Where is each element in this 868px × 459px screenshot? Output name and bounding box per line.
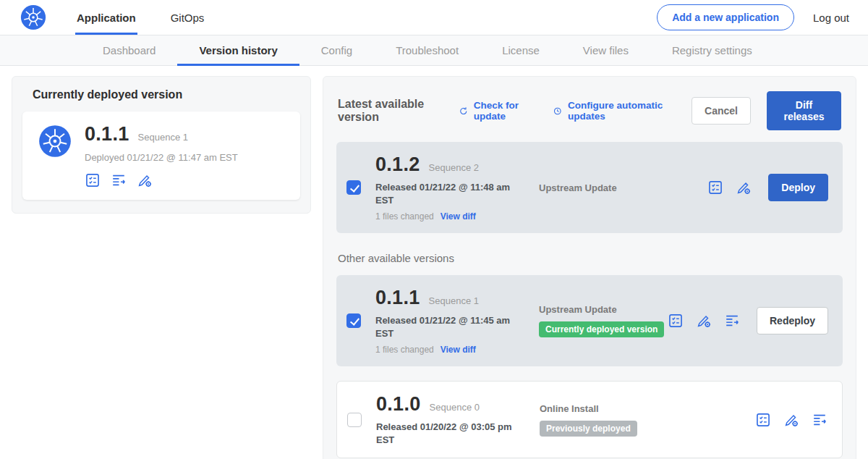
view-diff-link[interactable]: View diff — [441, 345, 476, 355]
main-content: Currently deployed version 0.1.1 Sequenc… — [0, 66, 868, 459]
version-select-checkbox[interactable] — [346, 180, 361, 195]
latest-version-title: Latest available version — [338, 98, 443, 124]
source-label: Online Install — [540, 403, 755, 414]
release-notes-icon[interactable] — [755, 412, 771, 428]
release-notes-icon[interactable] — [85, 172, 101, 188]
version-source: Upstream Update — [536, 182, 707, 193]
version-actions: Redeploy — [668, 307, 828, 334]
app-sub-nav: Dashboard Version history Config Trouble… — [0, 35, 868, 66]
clock-icon — [553, 105, 563, 117]
view-logs-icon[interactable] — [111, 172, 127, 188]
versions-header: Latest available version Check for updat… — [336, 87, 843, 142]
version-actions: Deploy — [707, 174, 828, 201]
deployed-version-details: 0.1.1 Sequence 1 Deployed 01/21/22 @ 11:… — [85, 123, 238, 188]
version-row-0-1-2: 0.1.2 Sequence 2 Released 01/21/22 @ 11:… — [336, 142, 843, 233]
other-versions-title: Other available versions — [338, 252, 841, 264]
check-for-update-link[interactable]: Check for update — [459, 100, 537, 122]
diff-releases-button[interactable]: Diff releases — [767, 91, 841, 130]
version-number: 0.1.2 — [375, 153, 420, 176]
refresh-icon — [459, 105, 469, 117]
version-select-checkbox[interactable] — [347, 413, 362, 427]
view-diff-link[interactable]: View diff — [441, 211, 476, 222]
version-released: Released 01/20/22 @ 03:05 pm EST — [376, 421, 527, 446]
version-number: 0.1.1 — [375, 287, 420, 309]
redeploy-button[interactable]: Redeploy — [757, 307, 828, 334]
cancel-button[interactable]: Cancel — [692, 97, 751, 125]
version-row-0-1-1: 0.1.1 Sequence 1 Released 01/21/22 @ 11:… — [336, 275, 843, 366]
configure-automatic-updates-label: Configure automatic updates — [568, 100, 676, 122]
version-released: Released 01/21/22 @ 11:45 am EST — [375, 314, 526, 340]
deployed-version-card: 0.1.1 Sequence 1 Deployed 01/21/22 @ 11:… — [22, 111, 300, 200]
edit-config-icon[interactable] — [696, 313, 712, 329]
kubernetes-logo-icon — [20, 4, 46, 30]
edit-config-icon[interactable] — [137, 172, 153, 188]
version-select-checkbox[interactable] — [346, 313, 361, 328]
currently-deployed-panel: Currently deployed version 0.1.1 Sequenc… — [12, 76, 311, 214]
previously-deployed-badge: Previously deployed — [540, 421, 637, 437]
logout-link[interactable]: Log out — [813, 12, 849, 24]
subnav-tab-troubleshoot[interactable]: Troubleshoot — [374, 35, 480, 66]
release-notes-icon[interactable] — [668, 313, 684, 329]
app-kubernetes-icon — [38, 125, 72, 158]
files-changed-label: 1 files changed — [375, 345, 434, 355]
deploy-button[interactable]: Deploy — [768, 174, 828, 201]
configure-automatic-updates-link[interactable]: Configure automatic updates — [553, 100, 676, 122]
currently-deployed-badge: Currently deployed version — [539, 321, 664, 337]
release-notes-icon[interactable] — [707, 180, 723, 195]
subnav-tab-view-files[interactable]: View files — [561, 35, 650, 66]
version-released: Released 01/21/22 @ 11:48 am EST — [375, 181, 526, 206]
edit-config-icon[interactable] — [736, 180, 752, 195]
version-source: Upstream Update Currently deployed versi… — [536, 304, 668, 337]
version-number: 0.1.0 — [376, 393, 421, 416]
deployed-version-sequence: Sequence 1 — [138, 132, 188, 143]
version-row-0-1-0: 0.1.0 Sequence 0 Released 01/20/22 @ 03:… — [336, 381, 843, 458]
subnav-tab-license[interactable]: License — [480, 35, 561, 66]
files-changed-label: 1 files changed — [375, 211, 434, 222]
source-label: Upstream Update — [539, 304, 668, 315]
subnav-tab-config[interactable]: Config — [299, 35, 374, 66]
top-nav-right: Add a new application Log out — [657, 4, 849, 30]
tab-gitops-label: GitOps — [171, 12, 205, 24]
version-sequence: Sequence 0 — [430, 402, 480, 413]
version-info: 0.1.0 Sequence 0 Released 01/20/22 @ 03:… — [376, 393, 527, 446]
edit-config-icon[interactable] — [783, 412, 799, 428]
version-history-panel: Latest available version Check for updat… — [323, 76, 856, 459]
tab-application[interactable]: Application — [75, 0, 137, 35]
subnav-tab-registry-settings[interactable]: Registry settings — [650, 35, 774, 66]
deployed-version-number: 0.1.1 — [85, 123, 129, 146]
deployed-timestamp: Deployed 01/21/22 @ 11:47 am EST — [85, 152, 238, 163]
version-sequence: Sequence 1 — [429, 295, 479, 306]
version-sequence: Sequence 2 — [429, 162, 479, 173]
view-logs-icon[interactable] — [812, 412, 827, 428]
version-info: 0.1.2 Sequence 2 Released 01/21/22 @ 11:… — [375, 153, 526, 222]
subnav-tab-version-history[interactable]: Version history — [177, 35, 299, 66]
add-application-button[interactable]: Add a new application — [657, 4, 794, 30]
version-source: Online Install Previously deployed — [537, 403, 755, 437]
version-info: 0.1.1 Sequence 1 Released 01/21/22 @ 11:… — [375, 287, 526, 355]
source-label: Upstream Update — [539, 182, 707, 193]
top-nav: Application GitOps Add a new application… — [0, 0, 868, 35]
subnav-tab-dashboard[interactable]: Dashboard — [81, 35, 177, 66]
version-actions — [755, 412, 827, 428]
tab-gitops[interactable]: GitOps — [169, 0, 206, 35]
view-logs-icon[interactable] — [724, 313, 740, 329]
tab-application-label: Application — [77, 12, 136, 24]
check-for-update-label: Check for update — [474, 100, 537, 122]
deployed-panel-title: Currently deployed version — [33, 88, 300, 101]
